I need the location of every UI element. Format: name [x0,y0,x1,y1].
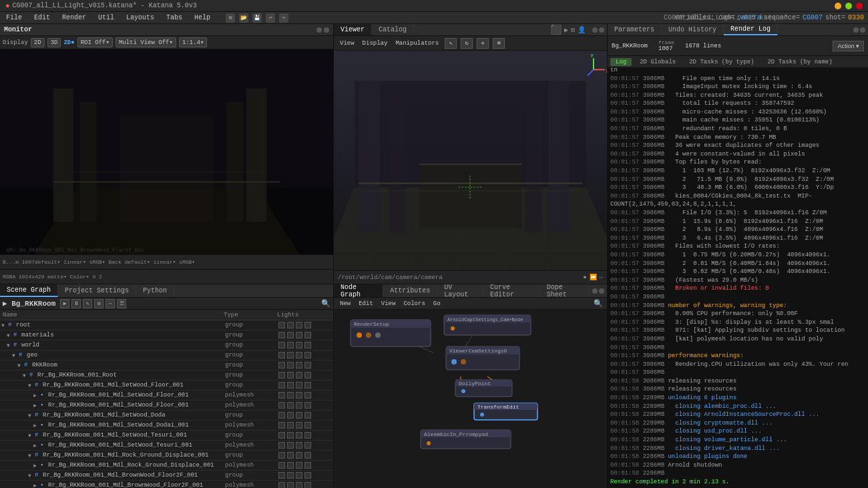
view-3d-btn[interactable]: 3D [47,38,61,47]
ng-view[interactable]: View [379,300,398,308]
tree-checkbox[interactable] [304,372,311,379]
viewer-record-icon[interactable]: ● [583,274,586,281]
tree-checkbox[interactable] [278,452,285,459]
tab-scene-graph[interactable]: Scene Graph [0,284,58,297]
tree-arrow[interactable]: ▼ [7,342,13,348]
rp-dot2[interactable] [860,27,865,33]
tree-checkbox[interactable] [304,362,311,369]
view-2d-btn[interactable]: 2D [31,38,45,47]
tree-checkbox[interactable] [287,322,294,328]
viewer-menu-manipulators[interactable]: Manipulators [393,39,441,47]
tree-item[interactable]: ►▪Rr_Bg_RKKRoom_001_Mdl_SetWood_Floor_00… [0,401,333,411]
tree-arrow[interactable]: ► [33,443,40,449]
tree-checkbox[interactable] [287,352,294,358]
tree-checkbox[interactable] [278,362,285,369]
tree-checkbox[interactable] [304,352,311,358]
tree-checkbox[interactable] [304,332,311,338]
action-button[interactable]: Action ▾ [833,41,864,51]
tree-item[interactable]: ▼#Rr_Bg_RKKRoom_001_Mdl_BrownWood_Floor2… [0,471,333,481]
menu-file[interactable]: File [4,13,24,22]
subtab-2d-globals[interactable]: 2D Globals [634,58,681,66]
tab-python[interactable]: Python [136,284,174,297]
tree-item[interactable]: ▼#geogroup [0,350,333,360]
tree-checkbox[interactable] [278,412,285,419]
tab-node-graph[interactable]: Node Graph [334,284,383,297]
tree-item[interactable]: ▼#materialsgroup [0,330,333,340]
tree-checkbox[interactable] [296,442,302,449]
tree-checkbox[interactable] [304,392,311,399]
viewer-menu-display[interactable]: Display [361,39,390,47]
new-scene-icon[interactable]: ⊞ [226,13,235,23]
tree-checkbox[interactable] [296,352,302,358]
dot1[interactable] [316,27,322,33]
tree-checkbox[interactable] [278,482,285,488]
tab-project-settings[interactable]: Project Settings [58,284,136,297]
tree-checkbox[interactable] [287,452,294,459]
tab-undo-history[interactable]: Undo History [662,24,724,35]
tree-item[interactable]: ▼#Rr_Bg_RKKRoom_001_Mdl_SetWood_Floor_00… [0,381,333,391]
zoom-btn[interactable]: 1:1.4▾ [179,37,207,47]
tree-checkbox[interactable] [278,332,285,338]
close-button[interactable] [856,3,863,9]
menu-layouts[interactable]: Layouts [124,13,156,22]
tree-arrow[interactable]: ▼ [17,362,24,369]
ng-edit[interactable]: Edit [357,300,375,308]
tree-arrow[interactable]: ▼ [12,352,19,358]
tree-arrow[interactable]: ► [33,393,40,399]
tree-item[interactable]: ▼#worldgroup [0,340,333,350]
tree-arrow[interactable]: ▼ [28,383,35,389]
tree-checkbox[interactable] [296,432,302,439]
ng-go[interactable]: Go [431,300,443,308]
tree-checkbox[interactable] [296,362,302,369]
sg-expand-btn[interactable]: ↔ [105,299,115,308]
menu-help[interactable]: Help [192,13,212,22]
tree-checkbox[interactable] [304,452,311,459]
tree-checkbox[interactable] [304,422,311,429]
tree-checkbox[interactable] [304,432,311,439]
maximize-button[interactable] [845,3,852,9]
tree-checkbox[interactable] [296,332,302,338]
tree-item[interactable]: ▼#Rr_Bg_RKKRoom_001_Rootgroup [0,371,333,381]
tree-checkbox[interactable] [278,352,285,358]
save-icon[interactable]: 💾 [252,13,262,23]
minimize-button[interactable] [835,3,841,9]
tree-checkbox[interactable] [304,412,311,419]
tab-render-log[interactable]: Render Log [724,24,778,35]
tree-item[interactable]: ►▪Rr_Bg_RKKRoom_001_Mdl_SetWood_Dodai_00… [0,421,333,431]
tree-checkbox[interactable] [287,432,294,439]
tree-arrow[interactable]: ▼ [28,473,35,479]
tree-item[interactable]: ▼#Rr_Bg_RKKRoom_001_Mdl_SetWood_Dodagrou… [0,411,333,421]
subtab-2d-tasks-type[interactable]: 2D Tasks (by type) [684,58,759,66]
tree-arrow[interactable]: ▼ [23,373,29,379]
ng-dot2[interactable] [599,288,604,294]
tree-arrow[interactable]: ▼ [28,413,35,419]
tree-checkbox[interactable] [296,372,302,379]
tree-item[interactable]: ▼#RKKRoomgroup [0,360,333,371]
viewer-move-btn[interactable]: ✛ [477,38,489,49]
tree-checkbox[interactable] [304,462,311,469]
subtab-2d-tasks-name[interactable]: 2D Tasks (by name) [762,58,837,66]
tree-checkbox[interactable] [304,472,311,479]
tree-checkbox[interactable] [296,422,302,429]
tree-checkbox[interactable] [296,482,302,488]
tree-checkbox[interactable] [287,442,294,449]
ng-colors[interactable]: Colors [401,300,427,308]
tree-checkbox[interactable] [304,342,311,348]
tree-item[interactable]: ▼#Rr_Bg_RKKRoom_001_Mdl_Rock_Ground_Disp… [0,451,333,461]
viewer-rotate-btn[interactable]: ↻ [461,38,473,49]
tree-checkbox[interactable] [304,382,311,389]
tab-viewer[interactable]: Viewer [334,24,372,35]
tree-item[interactable]: ►▪Rr_Bg_RKKRoom_001_Mdl_SetWood_Tesuri_0… [0,441,333,451]
tree-checkbox[interactable] [287,382,294,389]
tree-checkbox[interactable] [278,432,285,439]
viewer-expand-icon[interactable]: ↔ [600,274,603,281]
tree-checkbox[interactable] [278,342,285,348]
tree-checkbox[interactable] [304,402,311,409]
tree-arrow[interactable]: ▼ [28,453,35,459]
tree-arrow[interactable]: ► [33,403,40,409]
tab-uv-layout[interactable]: UV Layout [437,284,483,297]
tree-arrow[interactable]: ► [33,483,40,489]
tree-checkbox[interactable] [287,362,294,369]
sg-filter-btn[interactable]: ☰ [117,299,126,308]
tree-item[interactable]: ►▪Rr_Bg_RKKRoom_001_Mdl_SetWood_Floor_00… [0,391,333,401]
